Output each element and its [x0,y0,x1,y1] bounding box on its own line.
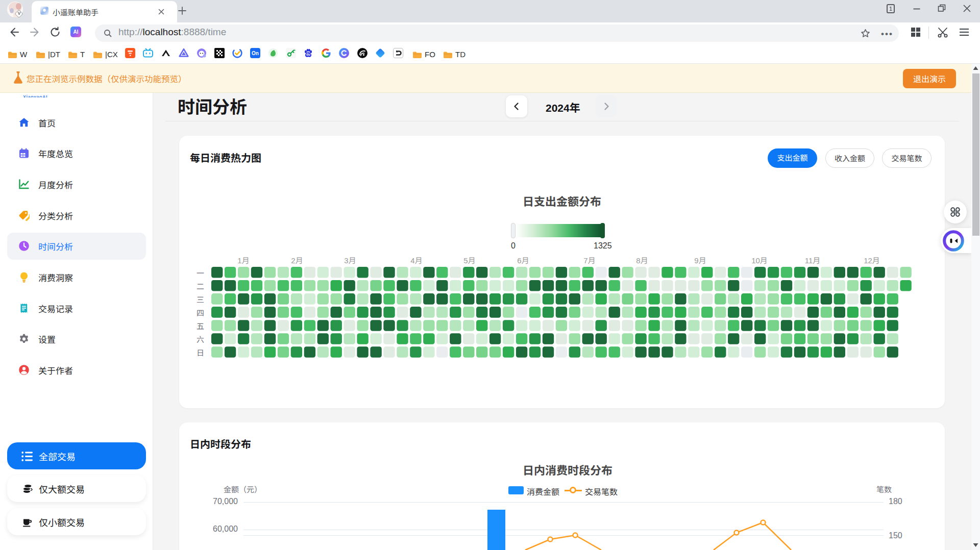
svg-text:du: du [306,53,310,56]
svg-text:On: On [252,51,259,56]
